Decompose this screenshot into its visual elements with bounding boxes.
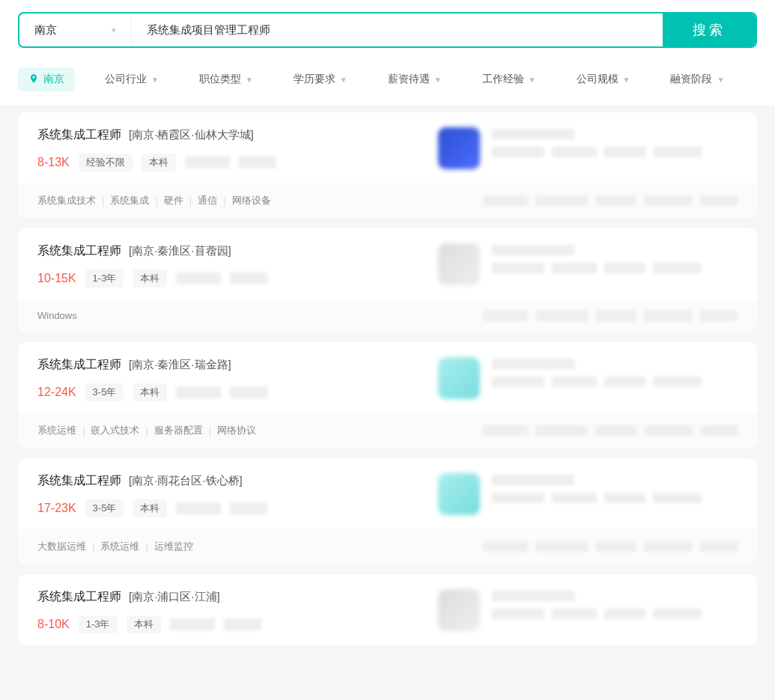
filter-experience[interactable]: 工作经验▼ xyxy=(472,67,547,91)
job-title-row: 系统集成工程师 [南京·秦淮区·瑞金路] xyxy=(37,357,438,373)
job-card[interactable]: 系统集成工程师 [南京·秦淮区·瑞金路] 12-24K 3-5年 本科 xyxy=(18,342,757,448)
blurred-info xyxy=(700,425,738,436)
job-title-row: 系统集成工程师 [南京·浦口区·江浦] xyxy=(37,589,438,605)
filter-row: 南京 公司行业▼ 职位类型▼ 学历要求▼ 薪资待遇▼ 工作经验▼ 公司规模▼ 融… xyxy=(0,60,775,105)
company-logo[interactable] xyxy=(438,357,480,399)
job-meta: 8-13K 经验不限 本科 xyxy=(37,153,438,171)
company-logo[interactable] xyxy=(438,473,480,515)
city-selector[interactable]: 南京 ▼ xyxy=(19,13,132,46)
job-title[interactable]: 系统集成工程师 xyxy=(37,473,121,489)
job-tag: 通信 xyxy=(198,194,217,207)
blurred-info xyxy=(552,147,597,157)
blurred-row xyxy=(483,425,738,436)
blurred-info xyxy=(492,147,544,157)
job-experience-pill: 3-5年 xyxy=(85,499,124,517)
blurred-info xyxy=(492,493,544,503)
chevron-down-icon: ▼ xyxy=(623,76,630,84)
city-selector-label: 南京 xyxy=(34,23,57,37)
job-location: [南京·秦淮区·苜蓿园] xyxy=(129,244,231,258)
company-info xyxy=(492,357,738,401)
job-education-pill: 本科 xyxy=(133,383,167,401)
blurred-row xyxy=(492,493,738,503)
chevron-down-icon: ▼ xyxy=(340,76,347,84)
blurred-row xyxy=(483,195,738,206)
blurred-info xyxy=(552,263,597,273)
tag-separator: | xyxy=(145,541,148,553)
filter-industry[interactable]: 公司行业▼ xyxy=(94,67,169,91)
search-input[interactable] xyxy=(132,13,663,46)
job-tags: 大数据运维|系统运维|运维监控 xyxy=(37,540,193,553)
blurred-info xyxy=(552,609,597,619)
job-experience-pill: 经验不限 xyxy=(79,153,133,171)
job-salary: 8-10K xyxy=(37,618,70,631)
blurred-row xyxy=(492,263,738,273)
filter-city-active[interactable]: 南京 xyxy=(18,67,75,91)
blurred-info xyxy=(492,377,544,387)
job-experience-pill: 1-3年 xyxy=(79,615,118,633)
job-card[interactable]: 系统集成工程师 [南京·栖霞区·仙林大学城] 8-13K 经验不限 本科 xyxy=(18,112,757,218)
blurred-row xyxy=(483,311,738,321)
job-top: 系统集成工程师 [南京·浦口区·江浦] 8-10K 1-3年 本科 xyxy=(18,574,757,645)
job-title[interactable]: 系统集成工程师 xyxy=(37,357,121,373)
blurred-company-name xyxy=(492,245,574,255)
blurred-info xyxy=(644,195,693,206)
job-education-pill: 本科 xyxy=(133,499,167,517)
company-logo[interactable] xyxy=(438,127,480,169)
job-tag: 大数据运维 xyxy=(37,540,86,553)
blurred-info xyxy=(604,263,645,273)
job-bottom: 系统运维|嵌入式技术|服务器配置|网络协议 xyxy=(18,413,757,448)
tag-separator: | xyxy=(82,425,85,436)
company-side xyxy=(438,357,738,401)
job-location: [南京·栖霞区·仙林大学城] xyxy=(129,128,254,142)
filter-jobtype[interactable]: 职位类型▼ xyxy=(189,67,264,91)
blurred-info xyxy=(595,541,636,552)
company-side xyxy=(438,589,738,633)
blurred-info xyxy=(230,502,267,514)
search-bar: 南京 ▼ 搜索 xyxy=(0,0,775,60)
chevron-down-icon: ▼ xyxy=(151,76,159,84)
blurred-info xyxy=(644,425,693,436)
company-info xyxy=(492,243,738,287)
job-tags: Windows xyxy=(37,310,77,321)
blurred-info xyxy=(230,273,267,284)
blurred-info xyxy=(176,273,221,284)
blurred-info xyxy=(604,493,645,503)
job-education-pill: 本科 xyxy=(133,270,167,287)
job-tag: 服务器配置 xyxy=(154,424,203,437)
blurred-company-name xyxy=(492,129,574,139)
filter-education[interactable]: 学历要求▼ xyxy=(283,67,358,91)
job-location: [南京·秦淮区·瑞金路] xyxy=(129,358,231,372)
job-card[interactable]: 系统集成工程师 [南京·秦淮区·苜蓿园] 10-15K 1-3年 本科 xyxy=(18,228,757,332)
job-title[interactable]: 系统集成工程师 xyxy=(37,589,121,605)
job-tag: 运维监控 xyxy=(154,540,193,553)
job-tag: 网络协议 xyxy=(217,424,256,437)
search-button[interactable]: 搜索 xyxy=(663,13,756,46)
blurred-info xyxy=(700,311,738,321)
job-card[interactable]: 系统集成工程师 [南京·浦口区·江浦] 8-10K 1-3年 本科 xyxy=(18,574,757,645)
job-title[interactable]: 系统集成工程师 xyxy=(37,243,121,259)
filter-salary[interactable]: 薪资待遇▼ xyxy=(377,67,452,91)
job-card[interactable]: 系统集成工程师 [南京·雨花台区·铁心桥] 17-23K 3-5年 本科 xyxy=(18,458,757,564)
company-info xyxy=(492,127,738,171)
blurred-info xyxy=(185,156,230,168)
blurred-info xyxy=(653,609,702,619)
blurred-info xyxy=(483,195,528,206)
blurred-info xyxy=(176,386,221,398)
blurred-info xyxy=(224,618,261,630)
tag-separator: | xyxy=(92,541,94,553)
job-left: 系统集成工程师 [南京·秦淮区·苜蓿园] 10-15K 1-3年 本科 xyxy=(37,243,438,287)
job-title-row: 系统集成工程师 [南京·雨花台区·铁心桥] xyxy=(37,473,438,489)
company-logo[interactable] xyxy=(438,589,480,631)
blurred-info xyxy=(170,618,215,630)
job-bottom: 大数据运维|系统运维|运维监控 xyxy=(18,529,757,564)
blurred-info xyxy=(492,609,544,619)
job-title[interactable]: 系统集成工程师 xyxy=(37,127,121,143)
blurred-info xyxy=(644,311,693,321)
job-left: 系统集成工程师 [南京·浦口区·江浦] 8-10K 1-3年 本科 xyxy=(37,589,438,633)
job-education-pill: 本科 xyxy=(142,153,176,171)
blurred-info xyxy=(483,541,528,552)
filter-company-size[interactable]: 公司规模▼ xyxy=(566,67,641,91)
company-logo[interactable] xyxy=(438,243,480,285)
filter-funding[interactable]: 融资阶段▼ xyxy=(660,67,735,91)
job-top: 系统集成工程师 [南京·秦淮区·苜蓿园] 10-15K 1-3年 本科 xyxy=(18,228,757,299)
